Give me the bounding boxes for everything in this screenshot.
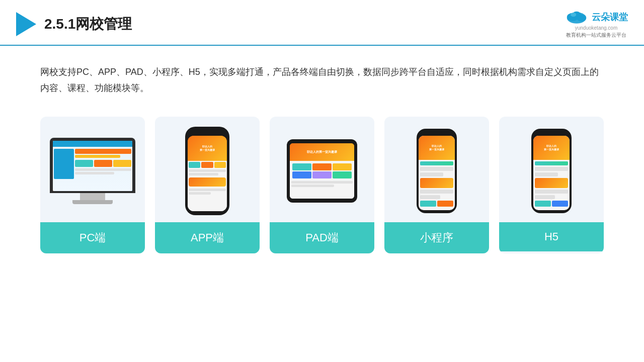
- description-text: 网校支持PC、APP、PAD、小程序、H5，实现多端打通，产品各终端自由切换，数…: [0, 46, 644, 107]
- card-pc-image: [40, 117, 145, 222]
- card-miniprogram: 职达人的第一堂兴趣课: [384, 117, 489, 253]
- logo-text: 云朵课堂: [592, 11, 628, 23]
- card-miniprogram-image: 职达人的第一堂兴趣课: [384, 117, 489, 222]
- logo-url: yunduoketang.com: [575, 25, 618, 31]
- h5-phone-mockup: 职达人的第一堂兴趣课: [531, 129, 572, 213]
- card-h5: 职达人的第一堂兴趣课: [499, 117, 604, 253]
- card-pc-label: PC端: [40, 222, 145, 253]
- card-miniprogram-label: 小程序: [384, 222, 489, 253]
- phone-mockup-app: 职达人的第一堂兴趣课: [185, 127, 229, 215]
- card-pad: 职达人的第一堂兴趣课: [270, 117, 374, 253]
- header: 2.5.1网校管理 云朵课堂 yunduoketang.com 教育机构一站式服…: [0, 0, 644, 46]
- page-title: 2.5.1网校管理: [44, 15, 132, 34]
- cloud-logo-icon: [565, 9, 589, 25]
- cards-container: PC端 职达人的第一堂兴趣课: [0, 107, 644, 263]
- card-pc: PC端: [40, 117, 145, 253]
- card-pad-image: 职达人的第一堂兴趣课: [270, 117, 374, 222]
- play-icon: [16, 12, 36, 36]
- logo-tagline: 教育机构一站式服务云平台: [566, 32, 626, 39]
- header-left: 2.5.1网校管理: [16, 12, 132, 36]
- card-h5-image: 职达人的第一堂兴趣课: [499, 117, 604, 222]
- tablet-mockup: 职达人的第一堂兴趣课: [287, 139, 357, 203]
- pc-monitor-icon: [50, 138, 135, 204]
- card-app-image: 职达人的第一堂兴趣课: [155, 117, 260, 222]
- miniprogram-phone-mockup: 职达人的第一堂兴趣课: [417, 129, 457, 213]
- card-pad-label: PAD端: [270, 222, 374, 253]
- card-h5-label: H5: [499, 222, 604, 251]
- svg-point-4: [571, 13, 576, 17]
- logo-cloud: 云朵课堂: [565, 9, 628, 25]
- logo-area: 云朵课堂 yunduoketang.com 教育机构一站式服务云平台: [565, 9, 628, 39]
- card-app: 职达人的第一堂兴趣课: [155, 117, 260, 253]
- card-app-label: APP端: [155, 222, 260, 253]
